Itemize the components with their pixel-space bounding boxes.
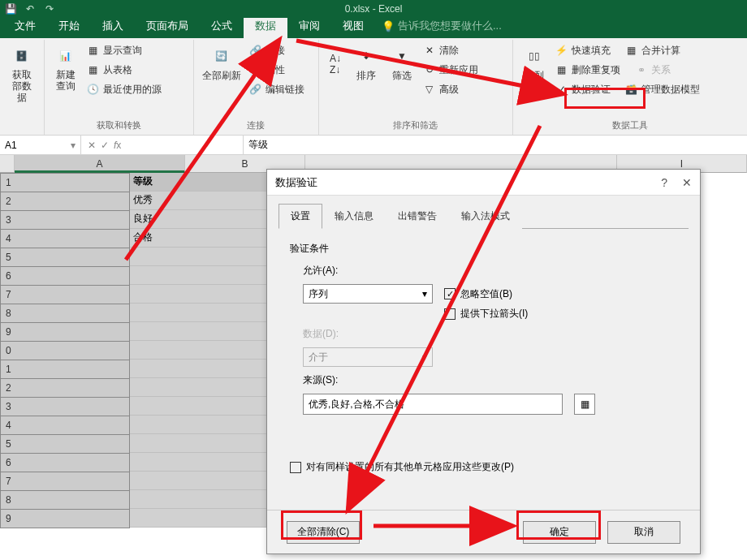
undo-icon[interactable]: ↶ [21, 1, 39, 17]
text-to-columns-button[interactable]: ▯▯ 分列 [516, 41, 552, 84]
remove-dup-button[interactable]: ▦删除重复项 ⚭关系 [555, 61, 741, 79]
row-head-17[interactable]: 7 [0, 472, 130, 491]
title-bar: 💾 ↶ ↷ 0.xlsx - Excel [0, 0, 747, 18]
dialog-tab-error[interactable]: 出错警告 [386, 204, 449, 229]
dialog-tab-ime[interactable]: 输入法模式 [449, 204, 522, 229]
row-head-13[interactable]: 3 [0, 397, 130, 416]
recent-sources-button[interactable]: 🕓最近使用的源 [87, 80, 162, 98]
refresh-all-button[interactable]: 🔄 全部刷新 [197, 41, 246, 84]
reapply-button[interactable]: ↻重新应用 [423, 61, 478, 79]
tab-data[interactable]: 数据 [244, 15, 287, 38]
checkbox-icon [444, 308, 456, 320]
properties-button[interactable]: 📄属性 [249, 61, 304, 79]
row-head-9[interactable]: 9 [0, 322, 130, 342]
quick-access: 💾 ↶ ↷ [2, 1, 58, 17]
sort-button[interactable]: ⬍ 排序 [348, 41, 384, 84]
new-query-button[interactable]: 📊 新建 查询 [48, 41, 84, 93]
ribbon: 🗄️ 获取 部数据 📊 新建 查询 ▦显示查询 ▦从表格 🕓最近使用的源 获取和… [0, 38, 747, 136]
save-icon[interactable]: 💾 [2, 1, 19, 17]
sort-icon: ⬍ [353, 43, 379, 69]
row-head-8[interactable]: 8 [0, 304, 130, 323]
tab-file[interactable]: 文件 [3, 15, 47, 38]
chevron-down-icon[interactable]: ▾ [71, 140, 76, 151]
enter-fx-icon[interactable]: ✓ [101, 140, 109, 151]
dropdown-arrow-checkbox[interactable]: 提供下拉箭头(I) [444, 307, 528, 321]
get-data-icon: 🗄️ [9, 43, 35, 69]
ignore-blank-checkbox[interactable]: ✓忽略空值(B) [444, 287, 512, 301]
row-head-6[interactable]: 6 [0, 266, 130, 286]
show-queries-button[interactable]: ▦显示查询 [87, 41, 162, 59]
row-head-7[interactable]: 7 [0, 285, 130, 304]
advanced-icon: ▽ [423, 83, 436, 96]
edit-links-button[interactable]: 🔗编辑链接 [249, 80, 304, 98]
formula-input[interactable]: 等级 [244, 136, 747, 154]
source-input[interactable] [303, 394, 563, 415]
row-head-11[interactable]: 1 [0, 360, 130, 379]
tab-insert[interactable]: 插入 [91, 15, 135, 38]
refresh-label: 全部刷新 [202, 69, 241, 83]
row-head-18[interactable]: 8 [0, 490, 130, 510]
tell-me-text: 告诉我您想要做什么... [398, 19, 502, 33]
clear-all-button[interactable]: 全部清除(C) [287, 521, 360, 544]
tell-me[interactable]: 💡告诉我您想要做什么... [382, 19, 502, 38]
data-select: 介于▾ [303, 347, 433, 367]
data-model-icon: 🗃️ [625, 83, 638, 96]
help-icon[interactable]: ? [661, 176, 667, 189]
dialog-tabs: 设置 输入信息 出错警告 输入法模式 [267, 196, 700, 228]
relationships-icon: ⚭ [635, 63, 648, 76]
show-queries-icon: ▦ [87, 44, 100, 57]
range-selector-button[interactable]: ▦ [574, 394, 595, 415]
apply-all-checkbox[interactable]: 对有同样设置的所有其他单元格应用这些更改(P) [290, 460, 677, 474]
row-head-2[interactable]: 2 [0, 192, 130, 211]
advanced-button[interactable]: ▽高级 [423, 80, 478, 98]
name-box[interactable]: A1▾ [0, 136, 81, 154]
group-data-tools-label: 数据工具 [516, 118, 744, 133]
from-table-button[interactable]: ▦从表格 [87, 61, 162, 79]
chevron-down-icon: ▾ [422, 351, 427, 363]
row-head-1[interactable]: 1 [0, 173, 130, 192]
fx-icon[interactable]: fx [114, 140, 121, 151]
row-head-14[interactable]: 4 [0, 416, 130, 435]
filter-button[interactable]: ▼ 筛选 [384, 41, 420, 84]
get-data-button[interactable]: 🗄️ 获取 部数据 [3, 41, 41, 105]
col-A[interactable]: A [15, 155, 185, 173]
sort-az-button[interactable]: A↓Z↓ [322, 41, 348, 84]
cancel-button[interactable]: 取消 [607, 521, 680, 544]
dialog-titlebar[interactable]: 数据验证 ? ✕ [267, 170, 700, 196]
row-head-19[interactable]: 9 [0, 509, 130, 528]
row-head-10[interactable]: 0 [0, 341, 130, 360]
from-table-icon: ▦ [87, 63, 100, 76]
dialog-tab-input[interactable]: 输入信息 [322, 204, 386, 229]
row-head-3[interactable]: 3 [0, 210, 130, 230]
lightbulb-icon: 💡 [382, 20, 395, 32]
tab-layout[interactable]: 页面布局 [135, 15, 200, 38]
dialog-footer: 全部清除(C) 确定 取消 [267, 510, 700, 554]
cancel-fx-icon[interactable]: ✕ [88, 140, 96, 151]
data-validation-button[interactable]: ✓数据验证 🗃️管理数据模型 [555, 80, 741, 98]
tab-formula[interactable]: 公式 [200, 15, 244, 38]
close-icon[interactable]: ✕ [682, 176, 692, 189]
fx-buttons: ✕ ✓ fx [81, 136, 244, 154]
split-icon: ▯▯ [521, 43, 547, 69]
row-head-5[interactable]: 5 [0, 248, 130, 267]
row-head-15[interactable]: 5 [0, 434, 130, 454]
tab-home[interactable]: 开始 [47, 15, 91, 38]
dialog-tab-settings[interactable]: 设置 [279, 204, 322, 229]
row-head-16[interactable]: 6 [0, 453, 130, 472]
sort-az-icon: A↓Z↓ [327, 46, 343, 82]
filter-icon: ▼ [389, 43, 415, 69]
tab-review[interactable]: 审阅 [287, 15, 331, 38]
ok-button[interactable]: 确定 [523, 521, 596, 544]
connections-button[interactable]: 🔗连接 [249, 41, 304, 59]
group-acquire: 📊 新建 查询 ▦显示查询 ▦从表格 🕓最近使用的源 获取和转换 [45, 40, 194, 135]
chevron-down-icon: ▾ [422, 288, 427, 299]
select-all[interactable] [0, 155, 15, 173]
row-head-12[interactable]: 2 [0, 378, 130, 398]
clear-button[interactable]: ✕清除 [423, 41, 478, 59]
allow-select[interactable]: 序列▾ [303, 284, 433, 304]
redo-icon[interactable]: ↷ [41, 1, 58, 17]
filter-label: 筛选 [392, 69, 412, 83]
tab-view[interactable]: 视图 [331, 15, 375, 38]
flash-fill-button[interactable]: ⚡快速填充 ▦合并计算 [555, 41, 741, 59]
row-head-4[interactable]: 4 [0, 229, 130, 248]
